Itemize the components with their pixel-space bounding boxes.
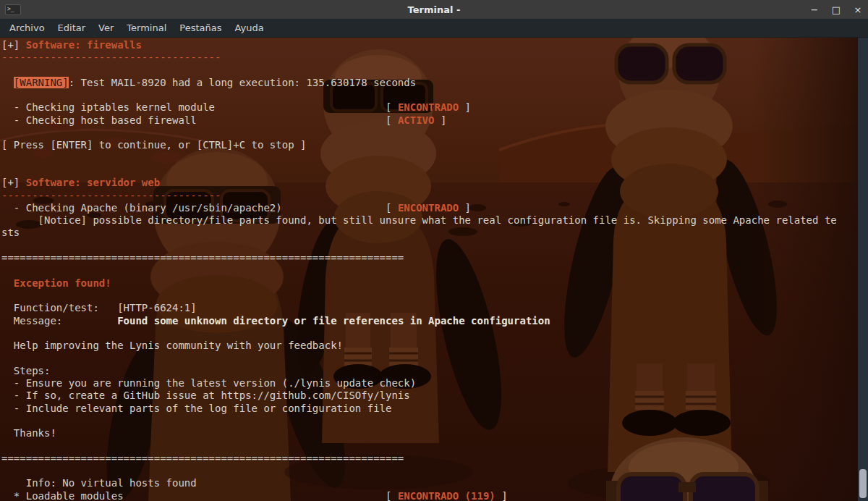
scrollbar-track[interactable] (858, 38, 868, 501)
menu-item-archivo[interactable]: Archivo (3, 22, 51, 33)
terminal-line (1, 352, 858, 364)
menu-bar: ArchivoEditarVerTerminalPestañasAyuda (0, 19, 868, 38)
terminal-line: [+] Software: servidor web (1, 177, 858, 189)
text-segment: * Loadable modules [ (1, 490, 398, 501)
minimize-button[interactable]: − (809, 4, 820, 15)
warning-badge: [WARNING] (14, 77, 69, 88)
menu-item-ayuda[interactable]: Ayuda (229, 22, 271, 33)
text-segment: Exception found! (14, 277, 111, 289)
window-title: Terminal - (0, 4, 868, 15)
text-segment: Help improving the Lynis community with … (1, 340, 343, 351)
text-segment: - If so, create a GitHub issue at https:… (1, 390, 410, 401)
text-segment: - Include relevant parts of the log file… (1, 403, 391, 414)
terminal-output: [+] Software: firewalls-----------------… (0, 38, 858, 501)
terminal-line: ========================================… (1, 252, 858, 264)
text-segment: [Notice] possible directory/file parts f… (1, 214, 837, 226)
terminal-line (1, 64, 858, 77)
text-segment: - Checking Apache (binary /usr/sbin/apac… (1, 202, 398, 214)
status-text: ENCONTRADO (119) (398, 490, 495, 501)
text-segment: Function/test: [HTTP-6624:1] (1, 302, 197, 313)
terminal-line: ------------------------------------ (1, 190, 858, 202)
maximize-button[interactable]: □ (830, 4, 842, 15)
text-segment: Info: No virtual hosts found (1, 477, 197, 489)
text-segment: ========================================… (1, 252, 404, 264)
text-segment: Thanks! (1, 427, 56, 439)
text-segment (1, 277, 14, 289)
terminal-line (1, 327, 858, 340)
menu-item-editar[interactable]: Editar (51, 22, 93, 33)
status-text: ENCONTRADO (398, 202, 459, 214)
terminal-line: - Checking host based firewall [ ACTIVO … (1, 114, 858, 127)
terminal-line: Message: Found some unknown directory or… (1, 315, 858, 327)
terminal-line: [Notice] possible directory/file parts f… (1, 214, 858, 227)
text-segment: ] (495, 490, 508, 501)
terminal-line: - Checking Apache (binary /usr/sbin/apac… (1, 202, 858, 214)
scrollbar-thumb[interactable] (859, 469, 867, 498)
text-segment: ] (459, 101, 471, 113)
terminal-line (1, 290, 858, 302)
terminal-line: Steps: (1, 365, 858, 377)
text-segment: - Checking host based firewall [ (1, 114, 398, 126)
terminal-line: * Loadable modules [ ENCONTRADO (119) ] (1, 490, 858, 501)
text-segment: ] (459, 202, 471, 214)
terminal-line: - Checking iptables kernel module [ ENCO… (1, 101, 858, 114)
close-button[interactable]: × (852, 4, 864, 15)
terminal-line (1, 127, 858, 139)
terminal-line: Thanks! (1, 427, 858, 439)
text-segment: sts (1, 227, 20, 238)
text-segment: : Test MAIL-8920 had a long execution: 1… (69, 77, 416, 88)
menu-item-terminal[interactable]: Terminal (120, 22, 173, 33)
terminal-viewport[interactable]: [+] Software: firewalls-----------------… (0, 38, 868, 501)
text-segment: - Checking iptables kernel module [ (1, 101, 398, 113)
terminal-line: [ Press [ENTER] to continue, or [CTRL]+C… (1, 139, 858, 151)
terminal-line: Help improving the Lynis community with … (1, 340, 858, 352)
terminal-line: ------------------------------------ (1, 51, 858, 64)
terminal-line (1, 465, 858, 477)
status-text: ACTIVO (398, 114, 435, 126)
terminal-line: Function/test: [HTTP-6624:1] (1, 302, 858, 314)
text-segment: - Ensure you are running the latest vers… (1, 377, 416, 389)
terminal-line (1, 89, 858, 101)
terminal-line (1, 415, 858, 427)
text-segment: Message: (1, 315, 117, 327)
terminal-line (1, 152, 858, 164)
terminal-line: [+] Software: firewalls (1, 39, 858, 51)
terminal-line: - Include relevant parts of the log file… (1, 403, 858, 415)
terminal-line: - Ensure you are running the latest vers… (1, 377, 858, 390)
text-segment: ------------------------------------ (1, 190, 221, 201)
menu-item-pestañas[interactable]: Pestañas (173, 22, 228, 33)
terminal-line: ========================================… (1, 452, 858, 465)
terminal-line: sts (1, 227, 858, 239)
terminal-window: >_ Terminal - − □ × ArchivoEditarVerTerm… (0, 0, 868, 501)
terminal-line (1, 164, 858, 177)
terminal-line (1, 240, 858, 252)
text-segment: Software: servidor web (26, 177, 160, 188)
text-segment: ------------------------------------ (1, 51, 221, 63)
text-segment: [ Press [ENTER] to continue, or [CTRL]+C… (1, 139, 306, 151)
text-segment: [+] (1, 39, 26, 51)
text-segment: Steps: (1, 365, 50, 376)
window-controls: − □ × (809, 0, 864, 19)
text-segment (1, 77, 14, 88)
text-segment: ========================================… (1, 452, 404, 464)
status-text: ENCONTRADO (398, 101, 459, 113)
terminal-line: - If so, create a GitHub issue at https:… (1, 390, 858, 402)
text-segment: ] (434, 114, 446, 126)
terminal-line: [WARNING]: Test MAIL-8920 had a long exe… (1, 77, 858, 89)
menu-item-ver[interactable]: Ver (92, 22, 120, 33)
text-segment: Found some unknown directory or file ref… (117, 315, 550, 327)
terminal-line (1, 264, 858, 277)
terminal-line: Exception found! (1, 277, 858, 290)
text-segment: Software: firewalls (26, 39, 142, 51)
text-segment: [+] (1, 177, 26, 188)
title-bar[interactable]: >_ Terminal - − □ × (0, 0, 868, 19)
terminal-line (1, 440, 858, 452)
terminal-line: Info: No virtual hosts found (1, 477, 858, 489)
